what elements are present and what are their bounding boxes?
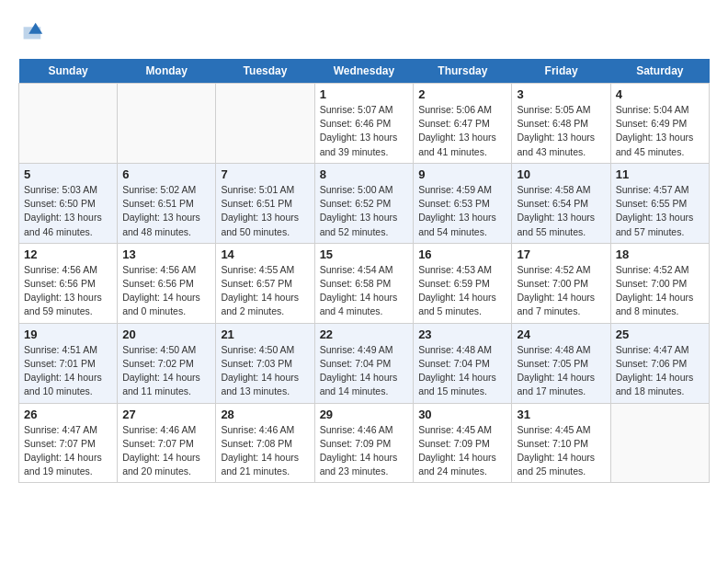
calendar-cell: 10Sunrise: 4:58 AMSunset: 6:54 PMDayligh… xyxy=(512,163,610,243)
calendar-cell: 14Sunrise: 4:55 AMSunset: 6:57 PMDayligh… xyxy=(216,243,314,323)
day-info: Sunrise: 4:45 AMSunset: 7:10 PMDaylight:… xyxy=(517,423,605,479)
day-info: Sunrise: 5:06 AMSunset: 6:47 PMDaylight:… xyxy=(418,103,506,159)
calendar-cell: 17Sunrise: 4:52 AMSunset: 7:00 PMDayligh… xyxy=(512,243,610,323)
calendar-cell: 31Sunrise: 4:45 AMSunset: 7:10 PMDayligh… xyxy=(512,403,610,483)
calendar-cell: 26Sunrise: 4:47 AMSunset: 7:07 PMDayligh… xyxy=(19,403,118,483)
day-number: 18 xyxy=(616,247,704,261)
day-info: Sunrise: 4:46 AMSunset: 7:09 PMDaylight:… xyxy=(320,423,409,479)
day-info: Sunrise: 4:46 AMSunset: 7:07 PMDaylight:… xyxy=(122,423,210,479)
day-number: 3 xyxy=(517,87,605,101)
weekday-header: Saturday xyxy=(610,59,709,84)
day-number: 7 xyxy=(221,167,309,181)
calendar-cell: 27Sunrise: 4:46 AMSunset: 7:07 PMDayligh… xyxy=(118,403,216,483)
calendar-cell: 12Sunrise: 4:56 AMSunset: 6:56 PMDayligh… xyxy=(19,243,118,323)
svg-marker-1 xyxy=(24,27,41,39)
logo xyxy=(18,18,48,44)
calendar-week-row: 1Sunrise: 5:07 AMSunset: 6:46 PMDaylight… xyxy=(19,84,710,164)
calendar-cell: 2Sunrise: 5:06 AMSunset: 6:47 PMDaylight… xyxy=(414,84,512,164)
day-info: Sunrise: 5:01 AMSunset: 6:51 PMDaylight:… xyxy=(221,183,309,239)
calendar-cell: 11Sunrise: 4:57 AMSunset: 6:55 PMDayligh… xyxy=(610,163,709,243)
calendar-cell: 8Sunrise: 5:00 AMSunset: 6:52 PMDaylight… xyxy=(314,163,414,243)
day-info: Sunrise: 4:48 AMSunset: 7:05 PMDaylight:… xyxy=(517,343,605,399)
weekday-header-row: SundayMondayTuesdayWednesdayThursdayFrid… xyxy=(19,59,710,84)
weekday-header: Tuesday xyxy=(216,59,314,84)
day-info: Sunrise: 4:57 AMSunset: 6:55 PMDaylight:… xyxy=(616,183,704,239)
calendar-cell: 25Sunrise: 4:47 AMSunset: 7:06 PMDayligh… xyxy=(610,323,709,403)
calendar-cell: 24Sunrise: 4:48 AMSunset: 7:05 PMDayligh… xyxy=(512,323,610,403)
calendar-cell xyxy=(216,84,314,164)
calendar-cell: 23Sunrise: 4:48 AMSunset: 7:04 PMDayligh… xyxy=(414,323,512,403)
day-info: Sunrise: 4:47 AMSunset: 7:06 PMDaylight:… xyxy=(616,343,704,399)
day-number: 22 xyxy=(320,327,409,341)
calendar-table: SundayMondayTuesdayWednesdayThursdayFrid… xyxy=(18,59,710,483)
day-number: 29 xyxy=(320,408,409,421)
calendar-cell: 9Sunrise: 4:59 AMSunset: 6:53 PMDaylight… xyxy=(414,163,512,243)
day-number: 14 xyxy=(221,247,309,261)
day-number: 8 xyxy=(320,167,409,181)
day-number: 10 xyxy=(517,167,605,181)
day-number: 4 xyxy=(616,87,704,101)
day-info: Sunrise: 4:53 AMSunset: 6:59 PMDaylight:… xyxy=(418,263,506,319)
weekday-header: Thursday xyxy=(414,59,512,84)
day-info: Sunrise: 4:46 AMSunset: 7:08 PMDaylight:… xyxy=(221,423,309,479)
weekday-header: Monday xyxy=(118,59,216,84)
day-number: 16 xyxy=(418,247,506,261)
day-info: Sunrise: 5:00 AMSunset: 6:52 PMDaylight:… xyxy=(320,183,409,239)
calendar-cell xyxy=(118,84,216,164)
day-info: Sunrise: 4:52 AMSunset: 7:00 PMDaylight:… xyxy=(616,263,704,319)
day-number: 13 xyxy=(122,247,210,261)
calendar-week-row: 12Sunrise: 4:56 AMSunset: 6:56 PMDayligh… xyxy=(19,243,710,323)
day-number: 28 xyxy=(221,408,309,421)
calendar-cell: 3Sunrise: 5:05 AMSunset: 6:48 PMDaylight… xyxy=(512,84,610,164)
day-info: Sunrise: 4:50 AMSunset: 7:02 PMDaylight:… xyxy=(122,343,210,399)
calendar-cell: 21Sunrise: 4:50 AMSunset: 7:03 PMDayligh… xyxy=(216,323,314,403)
calendar-cell: 5Sunrise: 5:03 AMSunset: 6:50 PMDaylight… xyxy=(19,163,118,243)
calendar-cell: 19Sunrise: 4:51 AMSunset: 7:01 PMDayligh… xyxy=(19,323,118,403)
day-number: 12 xyxy=(24,247,112,261)
calendar-week-row: 19Sunrise: 4:51 AMSunset: 7:01 PMDayligh… xyxy=(19,323,710,403)
calendar-week-row: 5Sunrise: 5:03 AMSunset: 6:50 PMDaylight… xyxy=(19,163,710,243)
day-number: 15 xyxy=(320,247,409,261)
page-header xyxy=(18,18,710,44)
calendar-cell: 20Sunrise: 4:50 AMSunset: 7:02 PMDayligh… xyxy=(118,323,216,403)
day-number: 17 xyxy=(517,247,605,261)
day-number: 31 xyxy=(517,408,605,421)
day-number: 26 xyxy=(24,408,112,421)
calendar-cell xyxy=(610,403,709,483)
calendar-cell: 22Sunrise: 4:49 AMSunset: 7:04 PMDayligh… xyxy=(314,323,414,403)
calendar-cell: 16Sunrise: 4:53 AMSunset: 6:59 PMDayligh… xyxy=(414,243,512,323)
day-info: Sunrise: 5:07 AMSunset: 6:46 PMDaylight:… xyxy=(320,103,409,159)
day-info: Sunrise: 5:04 AMSunset: 6:49 PMDaylight:… xyxy=(616,103,704,159)
day-number: 20 xyxy=(122,327,210,341)
day-number: 2 xyxy=(418,87,506,101)
day-info: Sunrise: 4:59 AMSunset: 6:53 PMDaylight:… xyxy=(418,183,506,239)
calendar-cell: 13Sunrise: 4:56 AMSunset: 6:56 PMDayligh… xyxy=(118,243,216,323)
day-info: Sunrise: 4:48 AMSunset: 7:04 PMDaylight:… xyxy=(418,343,506,399)
weekday-header: Sunday xyxy=(19,59,118,84)
day-info: Sunrise: 4:47 AMSunset: 7:07 PMDaylight:… xyxy=(24,423,112,479)
day-number: 30 xyxy=(418,408,506,421)
day-number: 23 xyxy=(418,327,506,341)
day-number: 6 xyxy=(122,167,210,181)
day-number: 25 xyxy=(616,327,704,341)
weekday-header: Wednesday xyxy=(314,59,414,84)
day-info: Sunrise: 4:58 AMSunset: 6:54 PMDaylight:… xyxy=(517,183,605,239)
logo-icon xyxy=(18,18,44,44)
day-number: 11 xyxy=(616,167,704,181)
calendar-cell: 30Sunrise: 4:45 AMSunset: 7:09 PMDayligh… xyxy=(414,403,512,483)
day-info: Sunrise: 5:05 AMSunset: 6:48 PMDaylight:… xyxy=(517,103,605,159)
day-info: Sunrise: 4:51 AMSunset: 7:01 PMDaylight:… xyxy=(24,343,112,399)
day-info: Sunrise: 4:54 AMSunset: 6:58 PMDaylight:… xyxy=(320,263,409,319)
day-info: Sunrise: 4:55 AMSunset: 6:57 PMDaylight:… xyxy=(221,263,309,319)
day-info: Sunrise: 4:45 AMSunset: 7:09 PMDaylight:… xyxy=(418,423,506,479)
calendar-cell: 28Sunrise: 4:46 AMSunset: 7:08 PMDayligh… xyxy=(216,403,314,483)
day-info: Sunrise: 4:56 AMSunset: 6:56 PMDaylight:… xyxy=(24,263,112,319)
day-number: 1 xyxy=(320,87,409,101)
day-number: 24 xyxy=(517,327,605,341)
day-info: Sunrise: 5:02 AMSunset: 6:51 PMDaylight:… xyxy=(122,183,210,239)
calendar-cell: 1Sunrise: 5:07 AMSunset: 6:46 PMDaylight… xyxy=(314,84,414,164)
day-number: 21 xyxy=(221,327,309,341)
day-number: 19 xyxy=(24,327,112,341)
day-info: Sunrise: 4:52 AMSunset: 7:00 PMDaylight:… xyxy=(517,263,605,319)
calendar-cell xyxy=(19,84,118,164)
